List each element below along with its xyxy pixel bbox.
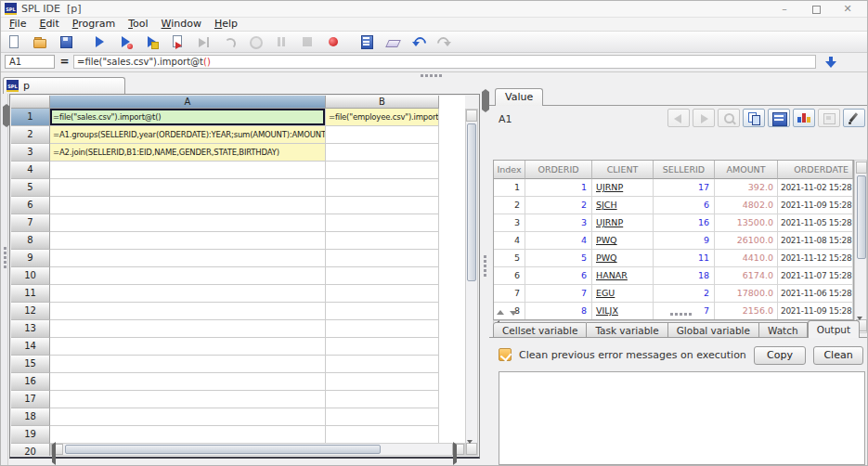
grid-cell-A18[interactable] (50, 408, 326, 426)
grid-cell-A7[interactable] (50, 214, 326, 232)
row-header-1[interactable]: 1 (11, 109, 50, 126)
run-button[interactable] (92, 34, 107, 49)
value-cell-r2-c3[interactable]: SJCH (592, 197, 654, 214)
save-button[interactable] (58, 34, 73, 49)
column-header-B[interactable]: B (326, 96, 439, 109)
grid-cell-B1[interactable]: =file("employee.csv").import@t() (326, 109, 439, 126)
output-textarea[interactable] (499, 371, 865, 465)
row-header-13[interactable]: 13 (11, 320, 50, 338)
row-header-7[interactable]: 7 (11, 214, 50, 232)
row-header-12[interactable]: 12 (11, 303, 50, 320)
equals-button[interactable]: = (58, 55, 71, 69)
formula-input[interactable]: =file("sales.csv").import@t() (73, 55, 816, 69)
menu-program[interactable]: Program (66, 18, 122, 31)
undo-button[interactable] (411, 34, 426, 49)
bottom-splitter[interactable] (489, 307, 868, 320)
grid-cell-A8[interactable] (50, 232, 326, 250)
minimize-icon[interactable]: – (771, 2, 798, 17)
row-header-16[interactable]: 16 (11, 373, 50, 391)
expand-formula-icon[interactable] (824, 56, 837, 69)
debug-run-button[interactable] (118, 34, 133, 49)
value-cell-r3-c3[interactable]: UJRNP (592, 214, 654, 232)
row-header-18[interactable]: 18 (11, 408, 50, 426)
menu-edit[interactable]: Edit (32, 18, 65, 31)
value-header-amount[interactable]: AMOUNT (715, 161, 778, 179)
row-header-6[interactable]: 6 (11, 197, 50, 214)
eraser-button[interactable] (385, 34, 400, 49)
row-header-20[interactable]: 20 (11, 444, 50, 456)
grid-cell-A9[interactable] (50, 250, 326, 267)
grid-cell-B11[interactable] (326, 285, 439, 303)
grid-cell-A17[interactable] (50, 391, 326, 408)
grid-cell-B13[interactable] (326, 320, 439, 338)
pin-button[interactable] (843, 109, 865, 127)
clean-button[interactable]: Clean (813, 346, 863, 365)
grid-cell-A2[interactable]: =A1.groups(SELLERID,year(ORDERDATE):YEAR… (50, 126, 326, 144)
tab-task-variable[interactable]: Task variable (587, 322, 667, 338)
restore-icon[interactable] (802, 2, 830, 17)
cellset-button[interactable] (768, 109, 790, 127)
value-cell-r5-c3[interactable]: PWQ (592, 250, 654, 267)
collapse-arrows[interactable] (497, 310, 517, 316)
sheet-tab-p[interactable]: SPL p (3, 77, 125, 94)
grid-cell-A19[interactable] (50, 426, 326, 444)
row-header-11[interactable]: 11 (11, 285, 50, 303)
grid-cell-B5[interactable] (326, 179, 439, 197)
menu-window[interactable]: Window (155, 18, 208, 31)
close-icon[interactable]: ✕ (834, 2, 862, 17)
grid-cell-A5[interactable] (50, 179, 326, 197)
copy-button[interactable]: Copy (754, 346, 806, 365)
calculator-button[interactable] (359, 34, 374, 49)
grid-cell-A1[interactable]: =file("sales.csv").import@t() (50, 109, 326, 126)
tab-output[interactable]: Output (808, 320, 860, 338)
grid-cell-B16[interactable] (326, 373, 439, 391)
grid-cell-B9[interactable] (326, 250, 439, 267)
grid-cell-B14[interactable] (326, 338, 439, 356)
grid-cell-B19[interactable] (326, 426, 439, 444)
tab-value[interactable]: Value (495, 88, 543, 106)
column-header-A[interactable]: A (50, 96, 326, 109)
grid-cell-B8[interactable] (326, 232, 439, 250)
row-header-3[interactable]: 3 (11, 144, 50, 162)
middle-splitter-arrows[interactable] (482, 92, 487, 107)
grid-cell-B2[interactable] (326, 126, 439, 144)
grid-cell-A14[interactable] (50, 338, 326, 356)
grid-cell-B7[interactable] (326, 214, 439, 232)
value-header-orderid[interactable]: ORDERID (525, 161, 592, 179)
exec-cell-button[interactable] (170, 34, 185, 49)
grid-cell-A4[interactable] (50, 162, 326, 179)
tab-watch[interactable]: Watch (759, 322, 808, 338)
middle-splitter[interactable] (480, 79, 489, 466)
step-run-button[interactable] (144, 34, 159, 49)
grid-cell-B15[interactable] (326, 356, 439, 373)
value-cell-r6-c3[interactable]: HANAR (592, 267, 654, 285)
menu-help[interactable]: Help (208, 18, 244, 31)
open-file-button[interactable] (32, 34, 47, 49)
grid-cell-B17[interactable] (326, 391, 439, 408)
grid-cell-A16[interactable] (50, 373, 326, 391)
clean-previous-checkbox[interactable] (499, 348, 512, 361)
scroll-right-icon[interactable] (452, 444, 464, 455)
grid-cell-B12[interactable] (326, 303, 439, 320)
copy-value-button[interactable] (743, 109, 765, 127)
scrollbar-thumb[interactable] (467, 123, 476, 281)
row-header-10[interactable]: 10 (11, 267, 50, 285)
grid-vertical-scrollbar[interactable] (465, 109, 478, 456)
grid-cell-B10[interactable] (326, 267, 439, 285)
grid-cell-B3[interactable] (326, 144, 439, 162)
row-header-15[interactable]: 15 (11, 356, 50, 373)
value-cell-r7-c3[interactable]: EGU (592, 285, 654, 303)
row-header-8[interactable]: 8 (11, 232, 50, 250)
value-header-client[interactable]: CLIENT (592, 161, 654, 179)
menu-file[interactable]: File (3, 18, 32, 31)
row-header-17[interactable]: 17 (11, 391, 50, 408)
grid-corner[interactable] (11, 96, 50, 109)
value-header-orderdate[interactable]: ORDERDATE (778, 161, 853, 179)
row-header-9[interactable]: 9 (11, 250, 50, 267)
grid-cell-A13[interactable] (50, 320, 326, 338)
scroll-left-icon[interactable] (51, 444, 63, 455)
value-header-sellerid[interactable]: SELLERID (654, 161, 715, 179)
grid-cell-B18[interactable] (326, 408, 439, 426)
scrollbar-thumb[interactable] (65, 445, 381, 454)
cell-reference-input[interactable]: A1 (5, 55, 55, 69)
